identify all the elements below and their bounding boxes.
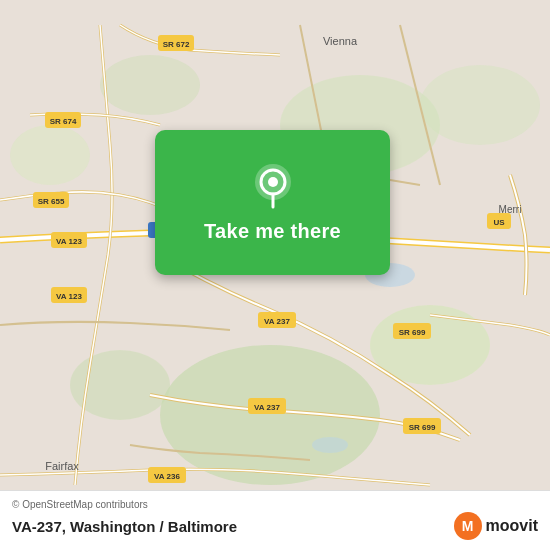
copyright-text: © OpenStreetMap contributors xyxy=(12,499,538,510)
svg-text:VA 123: VA 123 xyxy=(56,292,82,301)
take-me-there-card[interactable]: Take me there xyxy=(155,130,390,275)
bottom-bar: © OpenStreetMap contributors VA-237, Was… xyxy=(0,490,550,550)
location-title: VA-237, Washington / Baltimore xyxy=(12,518,237,535)
location-pin-icon xyxy=(249,162,297,210)
svg-text:US: US xyxy=(493,218,505,227)
svg-text:SR 699: SR 699 xyxy=(409,423,436,432)
svg-point-3 xyxy=(70,350,170,420)
svg-point-5 xyxy=(420,65,540,145)
svg-text:SR 674: SR 674 xyxy=(50,117,77,126)
svg-text:VA 236: VA 236 xyxy=(154,472,180,481)
moovit-icon-symbol: M xyxy=(462,518,474,534)
location-title-row: VA-237, Washington / Baltimore M moovit xyxy=(12,512,538,540)
svg-text:Fairfax: Fairfax xyxy=(45,460,79,472)
svg-text:VA 237: VA 237 xyxy=(254,403,280,412)
moovit-text: moovit xyxy=(486,517,538,535)
svg-text:VA 123: VA 123 xyxy=(56,237,82,246)
svg-point-6 xyxy=(100,55,200,115)
svg-text:Vienna: Vienna xyxy=(323,35,358,47)
svg-point-7 xyxy=(10,125,90,185)
svg-text:SR 672: SR 672 xyxy=(163,40,190,49)
svg-text:Merri: Merri xyxy=(499,204,522,215)
svg-text:SR 655: SR 655 xyxy=(38,197,65,206)
svg-text:VA 237: VA 237 xyxy=(264,317,290,326)
svg-point-9 xyxy=(312,437,348,453)
map-container: SR 672 SR 674 SR 655 VA 123 VA 123 I 66 … xyxy=(0,0,550,550)
moovit-logo: M moovit xyxy=(454,512,538,540)
moovit-icon: M xyxy=(454,512,482,540)
take-me-there-button-label: Take me there xyxy=(204,220,341,243)
svg-point-39 xyxy=(268,177,278,187)
svg-text:SR 699: SR 699 xyxy=(399,328,426,337)
map-background: SR 672 SR 674 SR 655 VA 123 VA 123 I 66 … xyxy=(0,0,550,550)
